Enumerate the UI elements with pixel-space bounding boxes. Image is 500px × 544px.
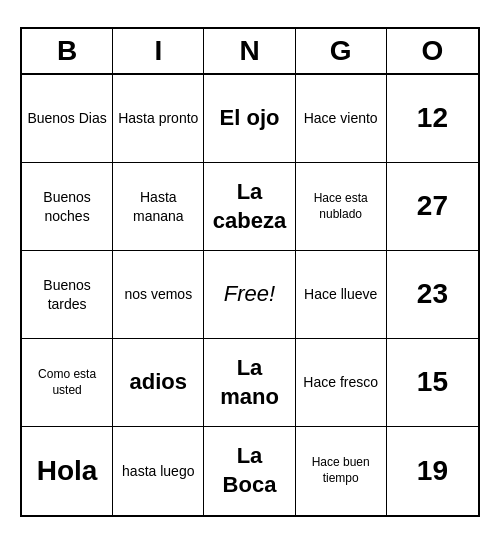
bingo-cell: 23 [387,251,478,339]
bingo-cell: Hace fresco [296,339,387,427]
bingo-cell: Como esta usted [22,339,113,427]
bingo-cell: 15 [387,339,478,427]
bingo-cell: Free! [204,251,295,339]
header-letter: I [113,29,204,73]
bingo-cell: adios [113,339,204,427]
bingo-cell: nos vemos [113,251,204,339]
bingo-cell: Buenos tardes [22,251,113,339]
bingo-cell: Hola [22,427,113,515]
bingo-cell: Hace viento [296,75,387,163]
bingo-header: BINGO [22,29,478,75]
bingo-cell: La Boca [204,427,295,515]
header-letter: G [296,29,387,73]
bingo-cell: La cabeza [204,163,295,251]
bingo-cell: Hasta manana [113,163,204,251]
bingo-card: BINGO Buenos DiasHasta prontoEl ojoHace … [20,27,480,517]
bingo-cell: El ojo [204,75,295,163]
bingo-cell: hasta luego [113,427,204,515]
bingo-cell: Hace esta nublado [296,163,387,251]
bingo-cell: 12 [387,75,478,163]
bingo-cell: 27 [387,163,478,251]
header-letter: B [22,29,113,73]
header-letter: O [387,29,478,73]
bingo-cell: La mano [204,339,295,427]
bingo-cell: Hace llueve [296,251,387,339]
bingo-cell: 19 [387,427,478,515]
header-letter: N [204,29,295,73]
bingo-cell: Hasta pronto [113,75,204,163]
bingo-cell: Buenos Dias [22,75,113,163]
bingo-cell: Buenos noches [22,163,113,251]
bingo-cell: Hace buen tiempo [296,427,387,515]
bingo-grid: Buenos DiasHasta prontoEl ojoHace viento… [22,75,478,515]
